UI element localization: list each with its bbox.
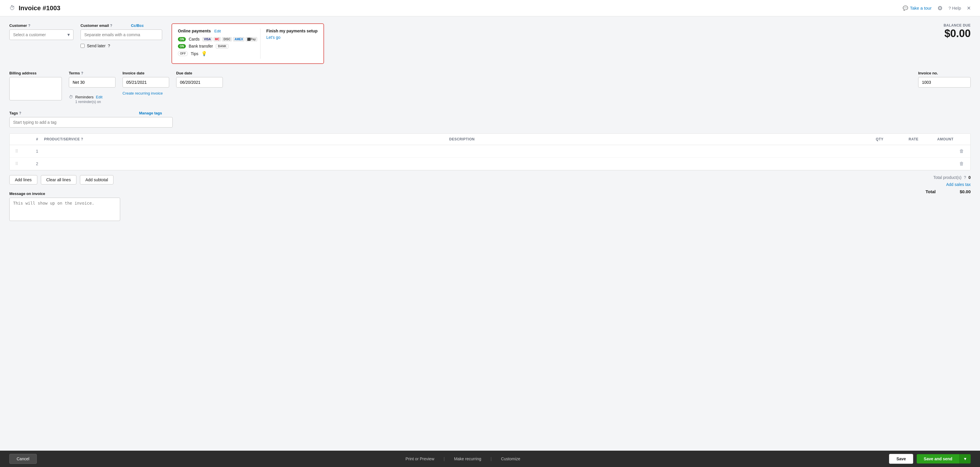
take-tour-button[interactable]: 💬 Take a tour	[903, 6, 932, 11]
clear-all-lines-button[interactable]: Clear all lines	[41, 175, 76, 185]
terms-reminders: Terms ? Net 30 ⏱ Reminders Edit 1 remind…	[69, 71, 116, 104]
customer-field-group: Customer ? ▼	[10, 23, 73, 48]
add-subtotal-button[interactable]: Add subtotal	[80, 175, 114, 185]
due-date-input[interactable]	[176, 77, 223, 88]
reminders-edit-button[interactable]: Edit	[96, 95, 102, 99]
customer-label: Customer ?	[10, 23, 73, 28]
right-bottom: Total product(s) ? 0 Add sales tax Total…	[883, 175, 970, 194]
description-cell-1[interactable]	[446, 148, 851, 155]
cards-row: ON Cards VISA MC DISC AMEX ⬛Pay	[178, 37, 257, 41]
rate-cell-1[interactable]	[886, 148, 921, 155]
bank-transfer-label: Bank transfer	[189, 44, 213, 48]
billing-address-input[interactable]	[10, 77, 62, 100]
top-row: Customer ? ▼ Customer email ? Cc/Bcc Sen	[10, 23, 970, 64]
applepay-icon: ⬛Pay	[246, 37, 257, 41]
send-later-help-icon[interactable]: ?	[108, 43, 110, 48]
delete-row-1-button[interactable]: 🗑	[959, 148, 964, 154]
bottom-section: Add lines Clear all lines Add subtotal M…	[10, 175, 970, 229]
balance-section: BALANCE DUE $0.00	[943, 23, 970, 40]
payments-title: Online payments	[178, 29, 211, 33]
terms-select[interactable]: Net 30	[69, 77, 116, 88]
description-cell-2[interactable]	[446, 160, 851, 167]
finish-payments-title: Finish my payments setup	[266, 29, 318, 33]
col-desc: DESCRIPTION	[446, 134, 851, 145]
email-input[interactable]	[81, 29, 162, 40]
tips-label: Tips	[191, 51, 198, 56]
clock-icon: ⏱	[10, 5, 15, 11]
settings-button[interactable]: ⚙	[937, 5, 943, 12]
bank-badge: BANK	[216, 44, 228, 48]
tag-input[interactable]	[10, 117, 173, 128]
billing-label: Billing address	[10, 71, 62, 75]
lightbulb-icon: 💡	[201, 51, 207, 56]
tags-header: Tags ? Manage tags	[10, 111, 970, 115]
drag-handle-1[interactable]: ⠿	[10, 145, 24, 157]
product-cell-1[interactable]	[41, 148, 446, 155]
payments-left: Online payments Edit ON Cards VISA MC DI…	[178, 29, 257, 59]
cards-label: Cards	[189, 37, 199, 41]
payments-header: Online payments Edit	[178, 29, 257, 33]
main-content: Customer ? ▼ Customer email ? Cc/Bcc Sen	[0, 16, 980, 451]
terms-section: Terms ? Net 30	[69, 71, 116, 88]
header: ⏱ Invoice #1003 💬 Take a tour ⚙ ? Help ×	[0, 0, 980, 16]
tags-section: Tags ? Manage tags	[10, 111, 970, 128]
qty-cell-2[interactable]	[851, 160, 886, 167]
cc-bcc-button[interactable]: Cc/Bcc	[131, 23, 144, 28]
message-input[interactable]	[10, 198, 120, 221]
terms-help-icon[interactable]: ?	[81, 71, 83, 75]
create-recurring-button[interactable]: Create recurring invoice	[123, 91, 169, 96]
terms-select-wrapper: Net 30	[69, 77, 116, 88]
product-help-icon[interactable]: ?	[81, 137, 83, 141]
product-cell-2[interactable]	[41, 160, 446, 167]
email-help-icon[interactable]: ?	[110, 24, 112, 28]
total-products-help-icon[interactable]: ?	[964, 175, 966, 180]
rate-cell-2[interactable]	[886, 160, 921, 167]
add-sales-tax-button[interactable]: Add sales tax	[883, 182, 970, 187]
invoice-no-section: Invoice no.	[918, 71, 970, 88]
page-title: Invoice #1003	[19, 5, 60, 12]
drag-handle-2[interactable]: ⠿	[10, 158, 24, 170]
customer-input[interactable]	[10, 29, 73, 40]
delete-cell-1: 🗑	[956, 145, 970, 157]
invoice-date-input[interactable]	[123, 77, 169, 88]
col-num: #	[24, 134, 41, 145]
tips-toggle[interactable]: OFF	[178, 51, 188, 56]
manage-tags-button[interactable]: Manage tags	[139, 111, 162, 115]
help-icon: ?	[948, 6, 951, 11]
table-header: # PRODUCT/SERVICE ? DESCRIPTION QTY RATE…	[10, 134, 970, 145]
reminders-section: ⏱ Reminders Edit 1 reminder(s) on	[69, 90, 116, 104]
payments-right: Finish my payments setup Let's go	[260, 29, 318, 59]
due-date-label: Due date	[176, 71, 223, 75]
table-row: ⠿ 2 🗑	[10, 158, 970, 170]
row-num-2: 2	[24, 158, 41, 170]
tags-help-icon[interactable]: ?	[19, 111, 21, 115]
col-qty: QTY	[851, 134, 886, 145]
col-product: PRODUCT/SERVICE ?	[41, 134, 446, 145]
email-field-group: Customer email ? Cc/Bcc Send later ?	[81, 23, 162, 48]
total-products-row: Total product(s) ? 0	[883, 175, 970, 180]
payments-edit-button[interactable]: Edit	[215, 29, 221, 33]
cards-toggle[interactable]: ON	[178, 37, 186, 41]
mid-row: Billing address Terms ? Net 30 ⏱ Re	[10, 71, 970, 104]
bank-toggle[interactable]: ON	[178, 44, 186, 48]
tags-label: Tags ? Manage tags	[10, 111, 162, 115]
help-button[interactable]: ? Help	[948, 6, 961, 11]
total-label: Total	[926, 189, 935, 194]
send-later-label: Send later	[87, 43, 106, 48]
close-button[interactable]: ×	[967, 5, 970, 11]
amount-cell-1	[921, 148, 956, 155]
customer-help-icon[interactable]: ?	[28, 24, 30, 28]
col-rate: RATE	[886, 134, 921, 145]
total-row: Total $0.00	[883, 189, 970, 194]
delete-row-2-button[interactable]: 🗑	[959, 161, 964, 166]
bank-transfer-row: ON Bank transfer BANK	[178, 44, 257, 48]
send-later-checkbox[interactable]	[81, 44, 84, 48]
balance-label: BALANCE DUE	[943, 23, 970, 27]
table-row: ⠿ 1 🗑	[10, 145, 970, 158]
total-products-value: 0	[968, 175, 970, 180]
due-date-section: Due date	[176, 71, 223, 88]
add-lines-button[interactable]: Add lines	[10, 175, 37, 185]
lets-go-button[interactable]: Let's go	[266, 35, 281, 40]
invoice-no-input[interactable]	[918, 77, 970, 88]
qty-cell-1[interactable]	[851, 148, 886, 155]
